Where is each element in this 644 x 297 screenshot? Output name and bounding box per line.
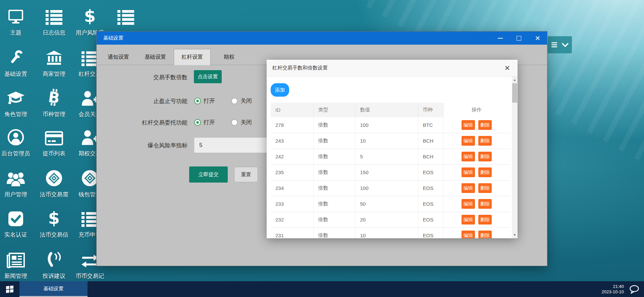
cell-coin: EOS [418,196,443,212]
desktop-shortcut[interactable]: 提币列表 [35,128,73,157]
desktop-shortcut[interactable]: 用户管理 [0,169,35,198]
table-row: 231倍数10EOS编辑删除 [271,228,510,238]
tab-leverage-settings[interactable]: 杠杆设置 [174,49,211,65]
label-stop-profit-loss: 止盈止亏功能 [97,97,187,105]
edit-button[interactable]: 编辑 [462,231,475,238]
edit-button[interactable]: 编辑 [462,183,475,193]
side-widget[interactable] [548,36,572,53]
edit-button[interactable]: 编辑 [462,167,475,177]
col-header-type: 类型 [313,103,355,117]
chevron-down-icon[interactable] [562,43,569,47]
cell-value: 10 [355,133,418,149]
bitcoin-icon: B [35,89,73,106]
tab-notify-settings[interactable]: 通知设置 [100,49,137,65]
minimize-button[interactable] [491,32,509,45]
desktop-shortcut-label: 日志信息 [35,29,73,37]
cell-type: 倍数 [313,133,355,149]
click-to-set-button[interactable]: 点击设置 [194,70,222,83]
table-row: 242倍数5BCH编辑删除 [271,149,510,164]
desktop-shortcut[interactable]: $法币交易信 [35,209,73,239]
cell-id: 233 [271,196,313,212]
radio-stop-profit-off[interactable]: 关闭 [231,97,252,105]
taskbar-item-basic-settings[interactable]: 基础设置 [19,281,88,297]
desktop-shortcut[interactable] [106,7,145,25]
system-tray: 21:40 2023-10-10 [602,281,644,297]
check-square-icon [0,209,35,227]
cell-id: 242 [271,149,313,164]
delete-button[interactable]: 删除 [478,167,492,177]
notification-bubble-icon[interactable] [629,285,639,294]
window-titlebar[interactable]: 基础设置 ✕ [97,32,547,45]
edit-button[interactable]: 编辑 [462,136,475,146]
desktop-shortcut-label: 提币列表 [35,150,73,157]
cell-actions: 编辑删除 [443,117,510,133]
cell-type: 倍数 [313,212,355,228]
modal-close-icon[interactable]: ✕ [504,64,510,71]
desktop-shortcut[interactable]: 主题 [0,7,35,37]
close-button[interactable]: ✕ [528,32,547,45]
edit-button[interactable]: 编辑 [462,120,475,130]
delete-button[interactable]: 删除 [478,152,492,161]
reset-button[interactable]: 重置 [234,167,258,182]
desktop-shortcut-label: 主题 [0,29,35,37]
scroll-up-icon[interactable]: ▲ [512,77,518,83]
scrollbar-thumb[interactable] [512,83,517,103]
wrench-icon [0,49,35,66]
dollar-icon: $ [70,7,109,25]
start-button[interactable] [0,281,19,297]
scroll-down-icon[interactable]: ▼ [512,232,518,238]
edit-button[interactable]: 编辑 [462,199,475,209]
cell-value: 100 [355,180,418,196]
menu-icon[interactable] [551,42,557,47]
cell-value: 20 [355,212,418,228]
delete-button[interactable]: 删除 [478,183,492,193]
submit-button[interactable]: 立即提交 [189,166,228,183]
delete-button[interactable]: 删除 [478,215,492,225]
desktop-shortcut[interactable]: 投诉建议 [35,251,73,280]
tab-options[interactable]: 期权 [211,49,248,65]
table-header-row: ID 类型 数值 币种 操作 [271,103,510,117]
desktop-shortcut-label: 投诉建议 [35,272,73,280]
cell-id: 278 [271,117,313,133]
modal-scrollbar[interactable]: ▲ ▼ [512,77,518,238]
desktop-shortcut[interactable]: 新闻管理 [0,251,35,280]
desktop-shortcut[interactable]: 法币交易需 [35,169,73,198]
desktop-shortcut-label: 实名认证 [0,231,35,239]
leverage-settings-modal: 杠杆交易手数和倍数设置 ✕ 添加 ID 类型 数值 币种 操作 278倍数100… [267,60,518,238]
radio-entrust-off[interactable]: 关闭 [231,118,252,126]
cell-value: 100 [355,117,418,133]
radio-stop-profit-on[interactable]: 打开 [194,97,215,105]
desktop-shortcut[interactable]: B币种管理 [35,89,73,118]
taskbar-clock[interactable]: 21:40 2023-10-10 [602,284,624,295]
delete-button[interactable]: 删除 [478,199,492,209]
edit-button[interactable]: 编辑 [462,215,475,225]
cell-coin: EOS [418,228,443,238]
modal-header: 杠杆交易手数和倍数设置 ✕ [267,60,518,77]
desktop-shortcut[interactable]: 角色管理 [0,89,35,118]
desktop-shortcut[interactable]: 后台管理员 [0,128,35,157]
add-button[interactable]: 添加 [271,83,289,97]
desktop-shortcut-label: 新闻管理 [0,272,35,280]
desktop-shortcut-label: 法币交易信 [35,231,73,239]
maximize-button[interactable] [509,32,528,45]
cell-actions: 编辑删除 [443,149,510,164]
cell-actions: 编辑删除 [443,133,510,149]
tab-basic-settings[interactable]: 基础设置 [137,49,174,65]
cell-coin: BTC [418,117,443,133]
delete-button[interactable]: 删除 [478,231,492,238]
cell-actions: 编辑删除 [443,164,510,180]
radio-entrust-on[interactable]: 打开 [194,118,215,126]
edit-button[interactable]: 编辑 [462,152,475,161]
col-header-coin: 币种 [418,103,443,117]
desktop-shortcut[interactable]: 商家管理 [35,49,73,78]
dollar-icon: $ [35,209,73,227]
delete-button[interactable]: 删除 [478,120,492,130]
delete-button[interactable]: 删除 [478,136,492,146]
desktop-shortcut[interactable]: 日志信息 [35,7,73,37]
desktop-shortcut-label: 基础设置 [0,70,35,78]
cell-id: 243 [271,133,313,149]
cell-value: 5 [355,149,418,164]
desktop-shortcut[interactable]: 基础设置 [0,49,35,78]
desktop-shortcut-label: 法币交易需 [35,191,73,198]
desktop-shortcut[interactable]: 实名认证 [0,209,35,239]
